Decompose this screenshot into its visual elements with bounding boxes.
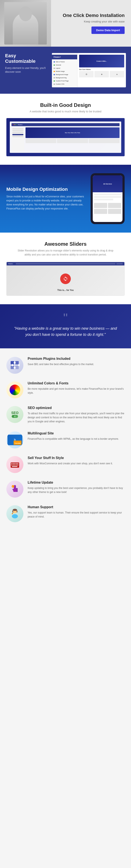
value-item-2: ★ (95, 71, 109, 78)
customizable-preview: Financ+ Site & Theme General Layout Mobi… (52, 53, 126, 87)
svg-rect-0 (10, 361, 14, 365)
demo-subtitle: Keep creating your site with ease (63, 20, 125, 23)
demo-data-import-button[interactable]: Demo Data Import (91, 27, 125, 34)
quote-section: " "Having a website is a great way to wi… (0, 304, 131, 348)
phone-screen: All Service (93, 175, 123, 222)
sidebar-item-7: Custom Front Page (52, 79, 77, 83)
sliders-description: Slider Revolution allows you to manage s… (15, 249, 116, 257)
mockup-sidebar-content (11, 127, 24, 151)
sliders-section: Awesome Sliders Slider Revolution allows… (0, 232, 131, 304)
slider-caption: This is... for You (57, 289, 74, 291)
preview-hero-text: Create A Mile... (96, 60, 107, 62)
quote-text: "Having a website is a great way to win … (12, 326, 119, 338)
shop-text: Sell Your Stuff In Style Work with WooCo… (28, 456, 113, 466)
demo-section: One Click Demo Installation Keep creatin… (0, 0, 131, 46)
unlimited-colors-text: Unlimited Colors & Fonts Be more reputab… (28, 381, 125, 395)
svg-rect-19 (12, 466, 18, 467)
slider-mockup: Financ+ This is... for You (7, 262, 124, 296)
slider-brand: Financ+ (8, 263, 13, 265)
feature-unlimited-colors: Unlimited Colors & Fonts Be more reputab… (6, 381, 125, 398)
support-icon-wrap (6, 505, 23, 522)
value-item-1: ⚙ (79, 71, 94, 78)
keyboard-icon (9, 459, 20, 470)
demo-hero-image (0, 0, 51, 46)
update-text: Lifetime Update Keep updating to bring y… (28, 480, 125, 494)
features-section: Premium Plugins Included Save $91 and ta… (0, 348, 131, 538)
mockup-hero-section: Run Your Site In No Time (26, 127, 120, 138)
design-mockup: Financ+ Run Your Site In No Time (10, 122, 121, 153)
customizable-description: Every element is user friendly, you'll d… (5, 66, 48, 74)
shop-icon-wrap (6, 456, 23, 473)
sidebar-item-6: Background Img (52, 76, 77, 79)
svg-rect-11 (14, 463, 15, 464)
value-item-3: ♦ (110, 71, 124, 78)
support-text: Human Support Yes, our support team is h… (28, 505, 125, 519)
mockup-card-1 (26, 139, 56, 143)
svg-rect-12 (16, 463, 17, 464)
premium-plugins-description: Save $91 and take the best effective plu… (28, 362, 94, 366)
slider-topbar: Financ+ (7, 262, 124, 266)
preview-main: Create A Mile... Our Core Values ⚙ ★ ♦ (77, 53, 126, 87)
mobile-title: Mobile Design Optimization (6, 187, 86, 192)
sidebar-item-8: Custom CSS (52, 83, 77, 86)
feature-multilingual: Tr Translate Multilingual Site FinancePl… (6, 431, 125, 448)
mockup-brand: Financ+ (18, 124, 23, 125)
svg-rect-5 (12, 364, 13, 366)
feature-human-support: Human Support Yes, our support team is h… (6, 505, 125, 522)
svg-rect-10 (13, 463, 14, 464)
seo-description: To attract the most traffic to your site… (28, 411, 125, 424)
svg-rect-17 (16, 465, 17, 465)
phone-screen-hero: All Service (93, 175, 123, 192)
mobile-text-block: Mobile Design Optimization Since mobile … (6, 187, 86, 211)
preview-values: ⚙ ★ ♦ (79, 71, 124, 78)
feature-seo: SEO @ SEO optimized To attract the most … (6, 406, 125, 424)
update-icon-wrap: ! (6, 480, 23, 498)
svg-rect-18 (17, 465, 18, 465)
feature-lifetime-update: ! Lifetime Update Keep updating to bring… (6, 480, 125, 498)
support-title: Human Support (28, 505, 125, 509)
preview-values-label: Our Core Values (79, 69, 124, 70)
svg-rect-9 (11, 463, 12, 464)
svg-rect-1 (15, 361, 19, 365)
phone-screen-body (93, 192, 123, 215)
mockup-hero-label: Run Your Site In No Time (65, 132, 80, 133)
svg-rect-14 (11, 465, 12, 465)
customizable-section: Easy Customizable Every element is user … (0, 46, 131, 94)
demo-text-block: One Click Demo Installation Keep creatin… (63, 13, 131, 34)
svg-rect-7 (14, 367, 16, 369)
shop-description: Work with WooCommerce and create your ow… (28, 462, 113, 466)
mobile-description: Since mobile is not just a Must for eCom… (6, 195, 86, 211)
multilingual-icon-wrap: Tr Translate (6, 431, 23, 448)
seo-icon-wrap: SEO @ (6, 406, 23, 423)
design-section: Built-in Good Design A website that look… (0, 94, 131, 165)
design-title: Built-in Good Design (6, 102, 125, 108)
premium-plugins-icon-wrap (6, 357, 23, 374)
mockup-page-content: Run Your Site In No Time (26, 127, 120, 151)
sidebar-item-1: Site & Theme (52, 60, 77, 63)
design-preview: Financ+ Run Your Site In No Time (6, 118, 125, 156)
svg-point-24 (12, 514, 18, 518)
svg-rect-6 (18, 364, 20, 366)
sidebar-item-5: Background Image (52, 73, 77, 76)
phone-content-row-3 (94, 199, 113, 200)
preview-hero: Create A Mile... (79, 55, 124, 67)
premium-plugins-text: Premium Plugins Included Save $91 and ta… (28, 357, 94, 366)
svg-rect-26 (17, 511, 18, 513)
svg-rect-3 (15, 366, 19, 369)
mockup-card-3 (89, 139, 120, 143)
svg-point-20 (12, 485, 14, 488)
mobile-section: Mobile Design Optimization Since mobile … (0, 165, 131, 232)
svg-rect-2 (10, 366, 14, 369)
unlimited-colors-description: Be more reputable and get more business,… (28, 387, 125, 395)
svg-rect-25 (12, 511, 13, 513)
preview-sidebar: Financ+ Site & Theme General Layout Mobi… (52, 53, 77, 87)
mockup-topbar: Financ+ (11, 123, 120, 126)
sliders-title: Awesome Sliders (6, 241, 125, 247)
svg-text:!: ! (12, 486, 13, 488)
puzzle-icon (9, 360, 20, 371)
feature-shop: Sell Your Stuff In Style Work with WooCo… (6, 456, 125, 473)
svg-rect-4 (14, 362, 16, 363)
customizable-text-block: Easy Customizable Every element is user … (5, 53, 48, 74)
phone-content-row-1 (94, 193, 121, 195)
hand-pointer-icon: ! (9, 484, 20, 494)
